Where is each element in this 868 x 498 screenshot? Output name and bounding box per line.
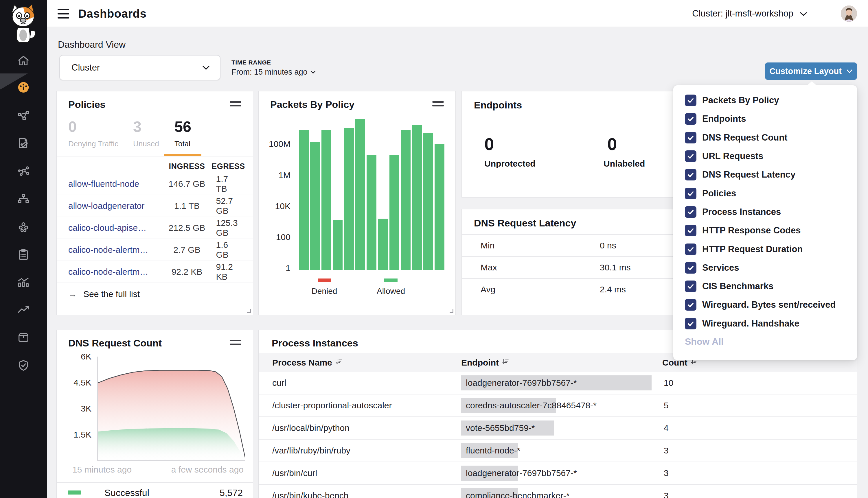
sort-icon (335, 358, 342, 368)
menu-item-label: Policies (702, 188, 736, 199)
policy-name-link[interactable]: calico-cloud-apiserver-… (68, 223, 149, 233)
checkbox-checked-icon[interactable] (685, 188, 697, 199)
sidebar-item-image-assurance[interactable] (10, 328, 37, 347)
card-title: Packets By Policy (270, 99, 354, 110)
dashboard-view-select[interactable]: Cluster (59, 55, 220, 80)
process-count: 3 (664, 468, 669, 478)
checkbox-checked-icon[interactable] (685, 262, 697, 274)
divider (57, 156, 253, 156)
legend-item-denied[interactable]: Denied (295, 278, 353, 296)
menu-item-services[interactable]: Services (685, 259, 845, 277)
sidebar-item-home[interactable] (10, 52, 37, 70)
column-header-process-name[interactable]: Process Name (272, 358, 342, 368)
allowed-bar (322, 130, 331, 270)
allowed-bar (299, 130, 309, 270)
policy-name-link[interactable]: calico-node-alertmana… (68, 245, 149, 255)
policy-name-link[interactable]: allow-fluentd-node (68, 179, 139, 189)
process-count: 5 (664, 401, 669, 410)
sidebar-item-network-sets[interactable] (10, 190, 37, 209)
checkbox-checked-icon[interactable] (685, 113, 697, 124)
user-avatar[interactable] (841, 5, 857, 22)
customize-layout-button[interactable]: Customize Layout (765, 63, 857, 80)
menu-item-label: Wireguard. Bytes sent/received (702, 300, 835, 310)
card-title: DNS Request Latency (474, 218, 576, 229)
checkbox-checked-icon[interactable] (685, 299, 697, 311)
legend-item-allowed[interactable]: Allowed (362, 278, 420, 296)
menu-item-endpoints[interactable]: Endpoints (685, 109, 845, 128)
sidebar-item-flow-visualizations[interactable] (10, 162, 37, 181)
show-all-link[interactable]: Show All (685, 336, 724, 347)
sidebar-item-timeline[interactable] (10, 273, 37, 291)
dropdown-arrow-notch (807, 81, 817, 86)
column-header-ingress[interactable]: INGRESS (169, 162, 205, 171)
column-header-endpoint[interactable]: Endpoint (461, 358, 509, 368)
menu-item-http-response-codes[interactable]: HTTP Response Codes (685, 221, 845, 240)
drag-handle-icon[interactable] (432, 101, 444, 109)
menu-item-process-instances[interactable]: Process Instances (685, 203, 845, 221)
sidebar-item-dashboards-gauge[interactable] (10, 78, 37, 96)
network-sets-icon (17, 193, 30, 206)
menu-item-dns-request-latency[interactable]: DNS Request Latency (685, 166, 845, 184)
endpoint-chip[interactable]: loadgenerator-7697bb7567-* (461, 466, 518, 481)
endpoint-chip[interactable]: vote-5655bd759-* (461, 420, 554, 435)
menu-item-policies[interactable]: Policies (685, 184, 845, 202)
policy-name-link[interactable]: calico-node-alertmana… (68, 267, 149, 277)
image-assurance-icon (17, 331, 30, 344)
sidebar-item-endpoints[interactable] (10, 218, 37, 236)
time-range-value[interactable]: From: 15 minutes ago (232, 68, 316, 77)
policy-row: allow-fluentd-node146.7 GB1.7 TB (57, 173, 253, 195)
latency-metric-label: Min (481, 240, 494, 250)
cluster-selector[interactable]: Cluster: jlt-msft-workshop (692, 0, 807, 27)
checkbox-checked-icon[interactable] (685, 280, 697, 292)
menu-item-wireguard-handshake[interactable]: Wireguard. Handshake (685, 314, 845, 333)
process-name: /usr/local/bin/python (272, 423, 350, 433)
service-graph-icon (17, 109, 30, 122)
policy-egress-value: 1.6 GB (216, 240, 241, 260)
menu-item-wireguard-bytes-sent-received[interactable]: Wireguard. Bytes sent/received (685, 296, 845, 314)
checkbox-checked-icon[interactable] (685, 318, 697, 329)
resize-handle[interactable] (247, 309, 251, 313)
menu-item-dns-request-count[interactable]: DNS Request Count (685, 128, 845, 147)
menu-item-packets-by-policy[interactable]: Packets By Policy (685, 91, 845, 109)
chevron-down-icon (202, 63, 210, 73)
chevron-down-icon (800, 9, 807, 19)
menu-item-cis-benchmarks[interactable]: CIS Benchmarks (685, 277, 845, 296)
menu-item-http-request-duration[interactable]: HTTP Request Duration (685, 240, 845, 258)
endpoint-chip[interactable]: compliance-benchmarker-* (461, 488, 518, 498)
policies-stat-total[interactable]: 56Total (174, 118, 191, 148)
checkbox-checked-icon[interactable] (685, 150, 697, 162)
see-full-list-link[interactable]: → See the full list (57, 283, 253, 305)
process-row: /usr/bin/kube-benchcompliance-benchmarke… (259, 485, 857, 498)
menu-item-url-requests[interactable]: URL Requests (685, 147, 845, 166)
menu-item-label: CIS Benchmarks (702, 281, 773, 291)
drag-handle-icon[interactable] (230, 340, 241, 347)
policies-stat-unused[interactable]: 3Unused (133, 118, 159, 148)
menu-item-label: HTTP Response Codes (702, 225, 801, 236)
checkbox-checked-icon[interactable] (685, 206, 697, 218)
allowed-bar (310, 142, 320, 270)
allowed-bar (333, 220, 342, 270)
calico-cat-logo[interactable] (7, 3, 40, 43)
endpoint-chip[interactable]: fluentd-node-* (461, 443, 518, 458)
checkbox-checked-icon[interactable] (685, 169, 697, 181)
card-title: Process Instances (272, 338, 358, 349)
endpoint-chip[interactable]: coredns-autoscaler-7c88465478-* (461, 398, 556, 413)
sidebar-item-threat-defense-shield[interactable] (10, 356, 37, 375)
policies-stat-denying-traffic[interactable]: 0Denying Traffic (68, 118, 118, 148)
threat-defense-shield-icon (17, 358, 30, 372)
sidebar-item-service-graph[interactable] (10, 106, 37, 125)
checkbox-checked-icon[interactable] (685, 225, 697, 236)
sidebar-item-threat-feeds[interactable] (10, 301, 37, 319)
hamburger-menu-icon[interactable] (57, 9, 69, 18)
drag-handle-icon[interactable] (230, 101, 241, 109)
sidebar-item-policies[interactable] (10, 134, 37, 153)
column-header-egress[interactable]: EGRESS (211, 162, 245, 171)
policy-name-link[interactable]: allow-loadgenerator (68, 201, 145, 211)
checkbox-checked-icon[interactable] (685, 94, 697, 106)
sidebar-item-compliance-reports[interactable] (10, 245, 37, 264)
checkbox-checked-icon[interactable] (685, 132, 697, 143)
y-tick-label: 10K (275, 201, 290, 211)
endpoint-chip[interactable]: loadgenerator-7697bb7567-* (461, 375, 651, 390)
checkbox-checked-icon[interactable] (685, 244, 697, 255)
resize-handle[interactable] (450, 309, 453, 313)
